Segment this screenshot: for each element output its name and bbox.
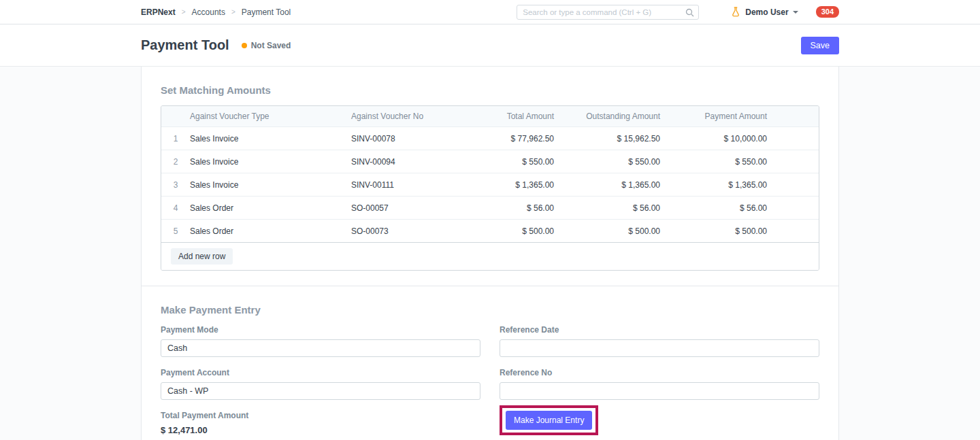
payment-mode-label: Payment Mode: [161, 325, 480, 335]
breadcrumb-accounts[interactable]: Accounts: [192, 7, 225, 17]
status-indicator: Not Saved: [242, 41, 291, 50]
breadcrumb: ERPNext > Accounts > Payment Tool: [141, 7, 291, 17]
content-area: Set Matching Amounts Against Voucher Typ…: [0, 67, 980, 440]
reference-no-field: Reference No: [500, 368, 819, 400]
reference-no-label: Reference No: [500, 368, 819, 377]
section-title: Make Payment Entry: [161, 304, 819, 316]
total-payment-amount-value: $ 12,471.00: [161, 425, 480, 435]
user-name: Demo User: [745, 7, 788, 17]
flask-icon: [732, 7, 740, 17]
cell-total-amount: $ 77,962.50: [454, 134, 554, 143]
cell-outstanding-amount: $ 56.00: [554, 203, 660, 213]
cell-voucher-type: Sales Order: [190, 226, 351, 236]
search-input[interactable]: [517, 5, 699, 20]
cell-payment-amount: $ 56.00: [660, 203, 767, 213]
make-journal-entry-button[interactable]: Make Journal Entry: [506, 411, 592, 430]
cell-index: 4: [161, 203, 190, 213]
reference-date-input[interactable]: [500, 339, 819, 357]
cell-total-amount: $ 500.00: [454, 226, 554, 236]
col-header-voucher-no: Against Voucher No: [351, 112, 454, 121]
breadcrumb-payment-tool[interactable]: Payment Tool: [242, 7, 291, 17]
col-header-voucher-type: Against Voucher Type: [190, 112, 351, 121]
annotation-highlight: Make Journal Entry: [500, 405, 598, 435]
cell-voucher-no: SO-00073: [351, 226, 454, 236]
user-menu[interactable]: Demo User: [732, 7, 798, 17]
table-row[interactable]: 5 Sales Order SO-00073 $ 500.00 $ 500.00…: [161, 219, 819, 242]
table-footer: Add new row: [161, 242, 819, 270]
cell-payment-amount: $ 500.00: [660, 226, 767, 236]
total-payment-amount-field: Total Payment Amount $ 12,471.00: [161, 411, 480, 435]
cell-total-amount: $ 56.00: [454, 203, 554, 213]
cell-voucher-no: SINV-00078: [351, 134, 454, 143]
payment-entry-form: Payment Mode Reference Date Payment Acco…: [161, 325, 819, 435]
make-journal-entry-cell: Make Journal Entry: [500, 405, 819, 435]
add-new-row-button[interactable]: Add new row: [171, 248, 233, 265]
payment-mode-field: Payment Mode: [161, 325, 480, 357]
top-navbar: ERPNext > Accounts > Payment Tool Demo U…: [0, 0, 980, 24]
cell-outstanding-amount: $ 1,365.00: [554, 180, 660, 190]
table-row[interactable]: 3 Sales Invoice SINV-00111 $ 1,365.00 $ …: [161, 173, 819, 196]
cell-outstanding-amount: $ 550.00: [554, 157, 660, 167]
form-card: Set Matching Amounts Against Voucher Typ…: [141, 67, 839, 440]
payment-account-input[interactable]: [161, 382, 480, 400]
cell-voucher-type: Sales Order: [190, 203, 351, 213]
table-row[interactable]: 2 Sales Invoice SINV-00094 $ 550.00 $ 55…: [161, 150, 819, 173]
save-button[interactable]: Save: [801, 37, 840, 54]
cell-index: 3: [161, 180, 190, 190]
reference-date-field: Reference Date: [500, 325, 819, 357]
cell-total-amount: $ 1,365.00: [454, 180, 554, 190]
breadcrumb-erpnext[interactable]: ERPNext: [141, 7, 176, 17]
cell-index: 1: [161, 134, 190, 143]
cell-voucher-no: SINV-00094: [351, 157, 454, 167]
cell-outstanding-amount: $ 500.00: [554, 226, 660, 236]
cell-index: 5: [161, 226, 190, 236]
reference-date-label: Reference Date: [500, 325, 819, 335]
table-row[interactable]: 1 Sales Invoice SINV-00078 $ 77,962.50 $…: [161, 126, 819, 150]
cell-voucher-type: Sales Invoice: [190, 180, 351, 190]
payment-account-label: Payment Account: [161, 368, 480, 377]
search-icon: [685, 7, 694, 20]
not-saved-dot-icon: [242, 43, 247, 48]
notification-badge[interactable]: 304: [816, 6, 839, 18]
cell-voucher-type: Sales Invoice: [190, 157, 351, 167]
cell-index: 2: [161, 157, 190, 167]
matching-amounts-table: Against Voucher Type Against Voucher No …: [161, 105, 819, 271]
col-header-total-amount: Total Amount: [454, 112, 554, 121]
status-text: Not Saved: [251, 41, 291, 50]
cell-payment-amount: $ 550.00: [660, 157, 767, 167]
cell-payment-amount: $ 1,365.00: [660, 180, 767, 190]
section-make-payment-entry: Make Payment Entry Payment Mode Referenc…: [142, 286, 838, 440]
reference-no-input[interactable]: [500, 382, 819, 400]
cell-total-amount: $ 550.00: [454, 157, 554, 167]
page-header: Payment Tool Not Saved Save: [0, 24, 980, 67]
global-search: [517, 5, 699, 20]
payment-account-field: Payment Account: [161, 368, 480, 400]
cell-voucher-no: SO-00057: [351, 203, 454, 213]
col-header-outstanding-amount: Outstanding Amount: [554, 112, 660, 121]
page-title: Payment Tool: [141, 37, 229, 53]
section-set-matching-amounts: Set Matching Amounts Against Voucher Typ…: [142, 67, 838, 286]
cell-voucher-type: Sales Invoice: [190, 134, 351, 143]
cell-voucher-no: SINV-00111: [351, 180, 454, 190]
chevron-down-icon: [793, 11, 798, 14]
cell-payment-amount: $ 10,000.00: [660, 134, 767, 143]
breadcrumb-separator-icon: >: [231, 8, 235, 16]
total-payment-amount-label: Total Payment Amount: [161, 411, 480, 420]
cell-outstanding-amount: $ 15,962.50: [554, 134, 660, 143]
table-row[interactable]: 4 Sales Order SO-00057 $ 56.00 $ 56.00 $…: [161, 196, 819, 219]
breadcrumb-separator-icon: >: [182, 8, 186, 16]
payment-mode-input[interactable]: [161, 339, 480, 357]
section-title: Set Matching Amounts: [161, 84, 819, 96]
table-header-row: Against Voucher Type Against Voucher No …: [161, 106, 819, 126]
col-header-payment-amount: Payment Amount: [660, 112, 767, 121]
